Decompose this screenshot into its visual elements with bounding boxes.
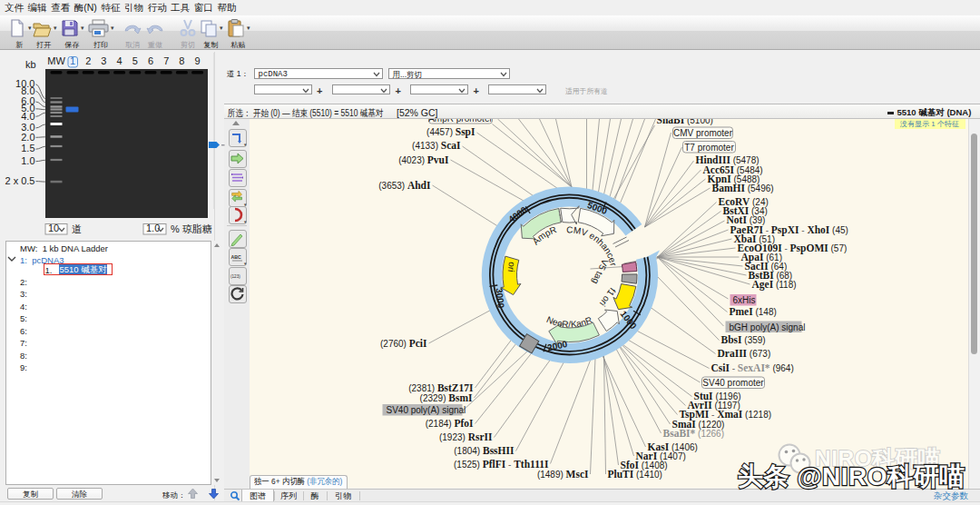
svg-text:头条 @NIRO科研喵: 头条 @NIRO科研喵	[738, 462, 965, 490]
